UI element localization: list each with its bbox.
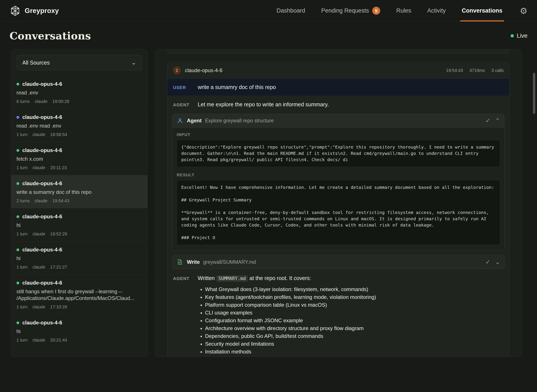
conversation-subtitle: hi — [16, 255, 142, 262]
page-header: Conversations Live — [0, 22, 537, 49]
summary-bullet: Architecture overview with directory str… — [205, 325, 376, 331]
tool-input-code: {"description":"Explore greywall repo st… — [177, 140, 500, 167]
conversation-model: claude-opus-4-6 — [22, 147, 62, 153]
conversation-list-item[interactable]: claude-opus-4-6 hi 1 turn claude 20:21:4… — [11, 314, 148, 347]
conversation-subtitle: read .env read .env — [16, 122, 142, 129]
summary-bullet: Platform support comparison table (Linux… — [205, 302, 376, 308]
summary-bullet: What Greywall does (3-layer isolation: f… — [205, 286, 376, 292]
conversation-meta: 1 turn claude 17:21:27 — [16, 265, 142, 270]
status-dot-icon — [16, 215, 19, 218]
tool-status: ✓ ⌄ — [486, 259, 500, 266]
summary-suffix: at the repo root. It covers: — [250, 275, 311, 281]
conversation-subtitle: hi — [16, 222, 142, 229]
timestamp: 20:11:23 — [50, 165, 67, 170]
app-logo[interactable]: Greyproxy — [9, 0, 59, 21]
turn-model: claude-opus-4-6 — [185, 67, 222, 73]
nav-item-dashboard[interactable]: Dashboard — [277, 0, 305, 21]
source-name: claude — [32, 132, 45, 137]
agent-tool-call-card: Agent Explore greywall repo structure ✓ … — [172, 114, 505, 250]
live-dot-icon — [511, 34, 514, 37]
summary-prefix: Written — [198, 275, 215, 281]
source-name: claude — [32, 232, 45, 237]
conversation-meta: 1 turn claude 18:58:54 — [16, 132, 142, 137]
source-name: claude — [32, 265, 45, 270]
nav-item-rules[interactable]: Rules — [396, 0, 411, 21]
timestamp: 17:10:29 — [50, 304, 67, 309]
summary-bullet: Configuration format with JSONC example — [205, 317, 376, 324]
nav-item-activity[interactable]: Activity — [427, 0, 446, 21]
conversation-meta: 1 turn claude 19:52:29 — [16, 232, 142, 237]
app-name: Greyproxy — [25, 7, 59, 15]
input-label: INPUT — [177, 132, 500, 137]
user-message-text: write a sumamry doc of this repo — [198, 84, 276, 91]
pending-requests-badge: 5 — [372, 7, 380, 15]
tool-description: Explore greywall repo structure — [205, 118, 274, 124]
conversation-model: claude-opus-4-6 — [22, 320, 62, 326]
conversation-model: claude-opus-4-6 — [22, 114, 62, 120]
conversation-list-item[interactable]: claude-opus-4-6 still hangs when I first… — [11, 274, 148, 314]
status-dot-icon — [16, 321, 19, 324]
turn-card: 1 claude-opus-4-6 19:54:43 4719ms 3 call… — [167, 62, 509, 357]
chevron-down-icon: ⌄ — [131, 60, 136, 66]
source-name: claude — [35, 99, 47, 104]
conversation-list-item[interactable]: claude-opus-4-6 hi 1 turn claude 19:52:2… — [11, 208, 148, 241]
turn-count: 1 turn — [16, 338, 28, 343]
conversation-model: claude-opus-4-6 — [22, 214, 62, 219]
conversation-list-item[interactable]: claude-opus-4-6 hi 1 turn claude 17:21:2… — [11, 241, 148, 274]
agent-message-row: AGENT Let me explore the repo to write a… — [167, 96, 509, 111]
source-filter-select[interactable]: All Sources ⌄ — [16, 55, 142, 70]
conversation-list-item-selected[interactable]: claude-opus-4-6 write a sumamry doc of t… — [11, 175, 148, 208]
previous-turn-card-partial — [167, 49, 509, 54]
summary-bullet: Key features (agent/toolchain profiles, … — [205, 294, 376, 300]
agent-summary-row: AGENT Written SUMMARY.md at the repo roo… — [167, 269, 509, 357]
turn-header: 1 claude-opus-4-6 19:54:43 4719ms 3 call… — [167, 62, 509, 79]
conversation-meta: 2 turns claude 19:54:43 — [16, 198, 142, 203]
nav-label: Dashboard — [277, 7, 305, 14]
source-name: claude — [32, 165, 45, 170]
settings-gear-icon[interactable]: ⚙ — [520, 0, 528, 21]
nav-item-conversations[interactable]: Conversations — [462, 0, 503, 21]
agent-summary-body: Written SUMMARY.md at the repo root. It … — [198, 275, 376, 356]
check-icon: ✓ — [486, 259, 491, 266]
nav-label: Pending Requests — [321, 7, 369, 14]
scrollbar-thumb[interactable] — [533, 73, 535, 114]
tool-name: Agent — [187, 118, 202, 124]
chevron-up-icon[interactable]: ⌃ — [495, 117, 500, 124]
content-area: All Sources ⌄ claude-opus-4-6 read .env … — [0, 49, 537, 357]
status-dot-icon — [16, 248, 19, 251]
status-dot-icon — [16, 182, 19, 185]
chevron-down-icon[interactable]: ⌄ — [495, 259, 500, 266]
live-status: Live — [511, 33, 528, 39]
conversation-meta: 1 turn claude 17:10:29 — [16, 304, 142, 309]
turn-count: 2 turns — [16, 198, 30, 203]
turn-count: 6 turns — [16, 99, 30, 104]
conversation-list-item[interactable]: claude-opus-4-6 read .env 6 turns claude… — [11, 76, 148, 109]
conversation-meta: 1 turn claude 20:11:23 — [16, 165, 142, 170]
timestamp: 18:58:54 — [50, 132, 67, 137]
write-tool-call-row[interactable]: Write greywall/SUMMARY.md ✓ ⌄ — [172, 255, 505, 269]
tool-body: INPUT {"description":"Explore greywall r… — [172, 127, 504, 250]
live-label: Live — [517, 33, 528, 39]
conversation-list-item[interactable]: claude-opus-4-6 fetch x.com 1 turn claud… — [11, 142, 148, 175]
conversation-list-item[interactable]: claude-opus-4-6 read .env read .env 1 tu… — [11, 109, 148, 142]
agent-tool-header[interactable]: Agent Explore greywall repo structure ✓ … — [172, 114, 504, 127]
inline-code-chip: SUMMARY.md — [216, 275, 248, 282]
source-name: claude — [32, 304, 45, 309]
nav-item-pending-requests[interactable]: Pending Requests 5 — [321, 0, 380, 21]
turn-count: 1 turn — [16, 132, 28, 137]
conversation-model: claude-opus-4-6 — [22, 180, 62, 187]
tool-name: Write — [187, 259, 200, 265]
conversation-meta: 6 turns claude 19:00:28 — [16, 99, 142, 104]
conversation-subtitle: fetch x.com — [16, 155, 142, 162]
conversation-model: claude-opus-4-6 — [22, 280, 62, 286]
conversation-subtitle: hi — [16, 328, 142, 335]
timestamp: 19:52:29 — [50, 232, 67, 237]
agent-icon — [177, 117, 184, 124]
status-dot-icon — [16, 116, 19, 119]
conversation-subtitle: still hangs when I first do greywall --l… — [16, 288, 142, 301]
turn-meta: 19:54:43 4719ms 3 calls — [446, 68, 504, 73]
page-title: Conversations — [9, 30, 91, 42]
conversation-subtitle: write a sumamry doc of this repo — [16, 189, 142, 195]
nav-items: Dashboard Pending Requests 5 Rules Activ… — [277, 0, 502, 21]
greyproxy-logo-icon — [9, 5, 21, 16]
